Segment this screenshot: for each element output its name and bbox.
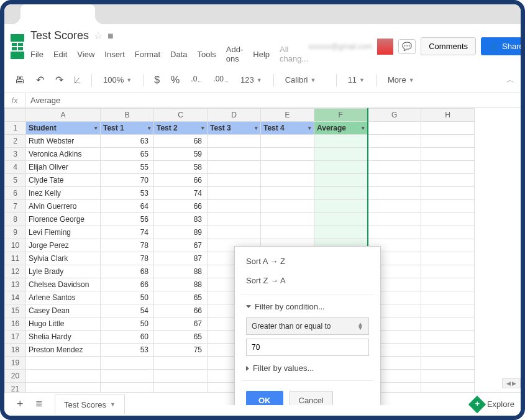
column-header[interactable]: F — [314, 109, 368, 122]
cell[interactable]: 66 — [154, 174, 208, 187]
percent-button[interactable]: % — [167, 71, 184, 89]
cell[interactable] — [208, 187, 261, 200]
cell[interactable]: 55 — [101, 161, 154, 174]
cell[interactable] — [208, 213, 261, 226]
column-header[interactable]: B — [101, 109, 154, 122]
cell[interactable]: Sylvia Clark — [26, 252, 101, 265]
row-header[interactable]: 15 — [5, 304, 26, 317]
column-header[interactable]: D — [208, 109, 261, 122]
row-header[interactable]: 14 — [5, 291, 26, 304]
number-format-dropdown[interactable]: 123▼ — [235, 72, 267, 88]
cell[interactable]: 75 — [154, 344, 208, 357]
cell[interactable]: 67 — [154, 317, 208, 331]
cell[interactable] — [261, 187, 314, 200]
menu-insert[interactable]: Insert — [104, 50, 125, 59]
avatar[interactable] — [377, 39, 393, 55]
menu-help[interactable]: Help — [253, 50, 270, 59]
cell[interactable]: 88 — [154, 278, 208, 291]
zoom-dropdown[interactable]: 100%▼ — [98, 72, 137, 88]
filter-icon[interactable]: ▾ — [308, 125, 311, 131]
redo-icon[interactable]: ↷ — [51, 71, 68, 89]
collapse-toolbar-icon[interactable]: ︿ — [506, 75, 514, 86]
row-header[interactable]: 12 — [5, 265, 26, 278]
header-cell[interactable]: Test 2▾ — [154, 122, 208, 135]
cell[interactable] — [208, 161, 261, 174]
explore-button[interactable]: Explore — [471, 398, 514, 411]
cell[interactable]: 88 — [154, 265, 208, 278]
menu-data[interactable]: Data — [170, 50, 187, 59]
cell[interactable] — [208, 135, 261, 148]
row-header[interactable]: 11 — [5, 252, 26, 265]
cell[interactable]: 74 — [154, 187, 208, 200]
font-size-dropdown[interactable]: 11▼ — [343, 72, 370, 88]
currency-button[interactable]: $ — [150, 71, 164, 89]
condition-select[interactable]: Greater than or equal to▲▼ — [246, 317, 369, 335]
sort-az[interactable]: Sort A → Z — [235, 252, 380, 271]
filter-icon[interactable]: ▾ — [94, 125, 98, 131]
condition-value-input[interactable] — [252, 343, 363, 352]
row-header[interactable]: 3 — [5, 148, 26, 161]
cell[interactable] — [261, 161, 314, 174]
add-sheet-button[interactable]: + — [11, 394, 30, 414]
filter-icon[interactable]: ▾ — [255, 125, 258, 131]
cell[interactable] — [261, 213, 314, 226]
cell[interactable] — [314, 161, 368, 174]
cancel-button[interactable]: Cancel — [290, 391, 333, 405]
menu-view[interactable]: View — [77, 50, 94, 59]
menu-file[interactable]: File — [30, 50, 43, 59]
cell[interactable]: 58 — [154, 161, 208, 174]
ok-button[interactable]: OK — [246, 391, 283, 405]
cell[interactable]: 65 — [101, 148, 154, 161]
cell[interactable]: 68 — [101, 265, 154, 278]
cell[interactable]: 65 — [154, 291, 208, 304]
row-header[interactable]: 8 — [5, 213, 26, 226]
row-header[interactable]: 13 — [5, 278, 26, 291]
cell[interactable] — [261, 135, 314, 148]
cell[interactable] — [261, 200, 314, 213]
print-icon[interactable]: 🖶 — [11, 71, 29, 89]
decrease-decimal-button[interactable]: .0← — [186, 71, 206, 88]
undo-icon[interactable]: ↶ — [32, 71, 48, 89]
cell[interactable]: 65 — [154, 331, 208, 344]
row-header[interactable]: 18 — [5, 344, 26, 357]
cell[interactable]: 60 — [101, 331, 154, 344]
cell[interactable]: 66 — [101, 278, 154, 291]
cell[interactable]: Ruth Webster — [26, 135, 101, 148]
font-dropdown[interactable]: Calibri▼ — [280, 72, 330, 88]
cell[interactable]: 50 — [101, 291, 154, 304]
cell[interactable] — [261, 226, 314, 239]
column-header[interactable]: H — [421, 109, 475, 122]
row-header[interactable]: 17 — [5, 331, 26, 344]
cell[interactable] — [261, 148, 314, 161]
share-button[interactable]: Share — [481, 37, 525, 55]
row-header[interactable]: 9 — [5, 226, 26, 239]
cell[interactable]: 78 — [101, 239, 154, 252]
cell[interactable]: Alvin Guerrero — [26, 200, 101, 213]
cell[interactable]: 74 — [101, 226, 154, 239]
cell[interactable] — [314, 187, 368, 200]
cell[interactable]: 68 — [154, 135, 208, 148]
comment-icon[interactable]: 💬 — [398, 39, 416, 54]
cell[interactable]: 56 — [101, 213, 154, 226]
cell[interactable] — [208, 148, 261, 161]
cell[interactable]: Lyle Brady — [26, 265, 101, 278]
paint-format-icon[interactable]: ⟀ — [70, 71, 85, 89]
cell[interactable]: Veronica Adkins — [26, 148, 101, 161]
cell[interactable]: Casey Dean — [26, 304, 101, 317]
row-header[interactable]: 7 — [5, 200, 26, 213]
doc-title[interactable]: Test Scores — [30, 29, 89, 42]
column-header[interactable] — [5, 109, 26, 122]
cell[interactable]: Hugo Little — [26, 317, 101, 331]
column-header[interactable]: A — [26, 109, 101, 122]
filter-by-condition-toggle[interactable]: Filter by condition... — [235, 298, 380, 315]
filter-icon[interactable]: ▾ — [201, 125, 204, 131]
browser-tab[interactable] — [21, 4, 95, 24]
cell[interactable]: Arlene Santos — [26, 291, 101, 304]
sheet-tab[interactable]: Test Scores▼ — [55, 395, 125, 414]
cell[interactable]: Levi Fleming — [26, 226, 101, 239]
row-header[interactable]: 1 — [5, 122, 26, 135]
header-cell[interactable]: Student▾ — [26, 122, 101, 135]
cell[interactable]: 83 — [154, 213, 208, 226]
menu-edit[interactable]: Edit — [53, 50, 67, 59]
cell[interactable] — [314, 213, 368, 226]
